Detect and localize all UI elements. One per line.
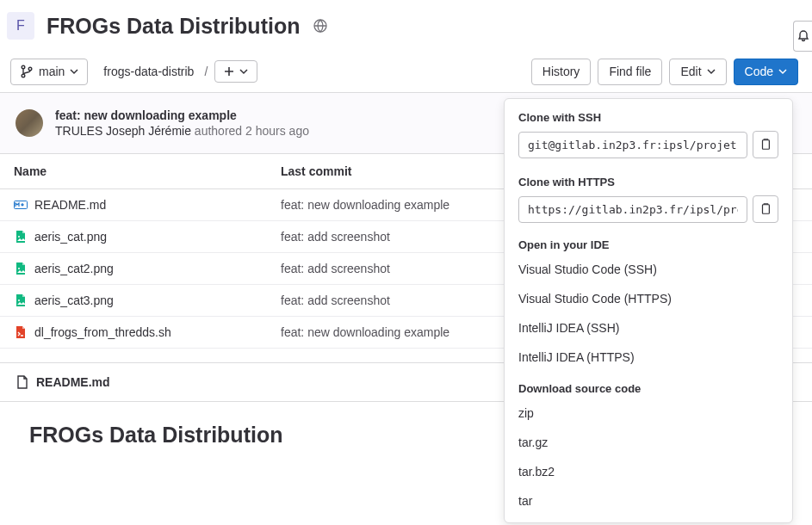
clone-ssh-input[interactable] <box>518 132 747 158</box>
svg-rect-8 <box>763 140 770 150</box>
file-name: dl_frogs_from_thredds.sh <box>34 325 171 339</box>
repo-toolbar: main frogs-data-distrib / History Find f… <box>0 52 812 93</box>
branch-icon <box>20 65 34 78</box>
svg-point-3 <box>28 68 32 71</box>
chevron-down-icon <box>70 67 78 76</box>
file-icon <box>15 375 29 389</box>
svg-rect-4 <box>15 201 28 208</box>
file-name: README.md <box>34 198 106 212</box>
chevron-down-icon <box>778 67 787 76</box>
svg-point-5 <box>18 236 20 238</box>
commit-authored-word: authored <box>195 124 242 138</box>
ide-heading: Open in your IDE <box>505 228 792 255</box>
svg-rect-9 <box>763 205 770 214</box>
file-link[interactable]: README.md <box>14 198 253 212</box>
project-title: FROGs Data Distribution <box>46 14 300 39</box>
download-option[interactable]: zip <box>505 398 792 428</box>
commit-time: 2 hours ago <box>245 124 309 138</box>
code-button[interactable]: Code <box>734 59 798 85</box>
svg-point-1 <box>22 66 25 70</box>
image-file-icon <box>14 230 28 244</box>
code-label: Code <box>745 65 773 79</box>
branch-selector[interactable]: main <box>10 59 88 85</box>
copy-ssh-button[interactable] <box>753 131 778 158</box>
clipboard-icon <box>759 203 772 215</box>
shell-file-icon <box>14 325 28 339</box>
svg-point-2 <box>22 75 25 78</box>
commit-title[interactable]: feat: new downloading example <box>55 108 309 122</box>
col-header-name: Name <box>0 154 267 189</box>
add-file-button[interactable] <box>214 60 257 83</box>
chevron-down-icon <box>707 67 716 76</box>
copy-https-button[interactable] <box>753 195 778 223</box>
author-avatar[interactable] <box>15 109 43 137</box>
chevron-down-icon <box>239 67 248 76</box>
edit-button[interactable]: Edit <box>669 59 726 85</box>
plus-icon <box>224 66 234 77</box>
clipboard-icon <box>759 139 772 151</box>
image-file-icon <box>14 262 28 275</box>
markdown-icon <box>14 198 28 212</box>
commit-author[interactable]: TRULES Joseph Jérémie <box>55 124 191 138</box>
file-link[interactable]: aeris_cat3.png <box>14 293 253 307</box>
file-name: aeris_cat.png <box>34 230 107 244</box>
svg-point-6 <box>18 268 20 269</box>
clone-ssh-label: Clone with SSH <box>518 111 778 124</box>
download-option[interactable]: tar.bz2 <box>505 457 792 486</box>
clone-https-label: Clone with HTTPS <box>518 176 778 188</box>
ide-option[interactable]: Visual Studio Code (HTTPS) <box>505 284 792 313</box>
breadcrumb-separator: / <box>204 65 208 78</box>
ide-option[interactable]: IntelliJ IDEA (HTTPS) <box>505 343 792 372</box>
file-name: aeris_cat3.png <box>34 293 114 307</box>
commit-meta: TRULES Joseph Jérémie authored 2 hours a… <box>55 124 309 138</box>
file-link[interactable]: aeris_cat2.png <box>14 262 253 275</box>
file-link[interactable]: dl_frogs_from_thredds.sh <box>14 325 253 339</box>
image-file-icon <box>14 293 28 307</box>
notification-button[interactable] <box>793 21 812 52</box>
history-button[interactable]: History <box>531 59 592 85</box>
ide-option[interactable]: IntelliJ IDEA (SSH) <box>505 313 792 343</box>
download-option[interactable]: tar.gz <box>505 428 792 457</box>
download-option[interactable]: tar <box>505 486 792 516</box>
project-avatar: F <box>7 12 34 40</box>
ide-option[interactable]: Visual Studio Code (SSH) <box>505 255 792 284</box>
project-header: F FROGs Data Distribution <box>0 0 812 52</box>
breadcrumb-path[interactable]: frogs-data-distrib <box>95 59 202 83</box>
branch-label: main <box>39 65 65 79</box>
readme-filename: README.md <box>36 375 110 389</box>
clone-https-input[interactable] <box>518 196 747 223</box>
find-file-button[interactable]: Find file <box>598 59 662 85</box>
download-heading: Download source code <box>505 372 792 398</box>
globe-icon <box>313 19 327 33</box>
svg-point-7 <box>18 300 20 301</box>
file-link[interactable]: aeris_cat.png <box>14 230 253 244</box>
file-name: aeris_cat2.png <box>34 262 114 275</box>
code-dropdown: Clone with SSH Clone with HTTPS Open in … <box>504 98 793 523</box>
edit-label: Edit <box>680 65 701 79</box>
